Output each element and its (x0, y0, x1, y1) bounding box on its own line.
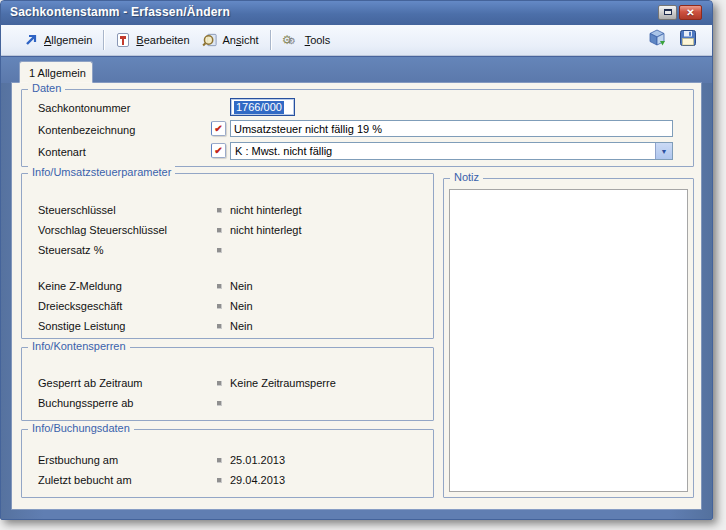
jump-arrow-icon (23, 32, 39, 48)
label-sachkontonummer: Sachkontonummer (38, 102, 130, 114)
kontenart-value: K : Mwst. nicht fällig (231, 145, 655, 157)
info-row: Keine Z-Meldung Nein (22, 276, 433, 296)
toolbar-label: Tools (305, 34, 331, 46)
window-title: Sachkontenstamm - Erfassen/Ändern (10, 5, 230, 19)
label-kontenart: Kontenart (38, 146, 86, 158)
sachkontonummer-input[interactable]: 1766/000 (230, 98, 295, 116)
info-row: Erstbuchung am 25.01.2013 (22, 450, 433, 470)
close-icon: ✕ (686, 7, 694, 18)
toolbar-label: Allgemein (44, 34, 92, 46)
group-buchungsdaten: Info/Buchungsdaten Erstbuchung am 25.01.… (21, 429, 434, 498)
tab-allgemein[interactable]: 1 Allgemein (19, 61, 93, 84)
info-row: Gesperrt ab Zeitraum Keine Zeitraumsperr… (22, 373, 433, 393)
bullet-icon (217, 208, 222, 213)
chevron-down-icon: ▼ (661, 148, 668, 155)
bullet-icon (217, 324, 222, 329)
group-title: Notiz (450, 171, 483, 183)
bullet-icon (217, 381, 222, 386)
app-window: Sachkontenstamm - Erfassen/Ändern ✕ Allg… (0, 0, 713, 520)
toolbar-item-ansicht[interactable]: Ansicht (196, 29, 265, 51)
toolbar-label: Ansicht (223, 34, 259, 46)
save-disk-icon[interactable] (679, 29, 697, 47)
sachkontonummer-value: 1766/000 (234, 101, 284, 114)
kontenbezeichnung-input[interactable] (230, 120, 673, 137)
group-kontensperren: Info/Kontensperren Gesperrt ab Zeitraum … (21, 347, 434, 421)
toolbar-item-bearbeiten[interactable]: Bearbeiten (109, 29, 195, 51)
toolbar-right-icons (648, 29, 697, 47)
bullet-icon (217, 228, 222, 233)
label-kontenbezeichnung: Kontenbezeichnung (38, 124, 135, 136)
maximize-button[interactable] (658, 5, 677, 20)
group-umsatzsteuerparameter: Info/Umsatzsteuerparameter Steuerschlüss… (21, 173, 434, 339)
bullet-icon (217, 248, 222, 253)
close-button[interactable]: ✕ (679, 5, 702, 20)
edit-tool-icon (115, 32, 131, 48)
group-daten: Daten Sachkontonummer 1766/000 Kontenbez… (21, 89, 694, 167)
confirm-check-icon[interactable]: ✔ (211, 121, 226, 136)
notiz-textarea[interactable] (449, 189, 688, 492)
bullet-icon (217, 284, 222, 289)
toolbar-item-tools[interactable]: ⚙⚙ Tools (276, 30, 337, 50)
bullet-icon (217, 304, 222, 309)
bullet-icon (217, 478, 222, 483)
info-row: Sonstige Leistung Nein (22, 316, 433, 336)
info-row: Vorschlag Steuerschlüssel nicht hinterle… (22, 220, 433, 240)
kontenart-select[interactable]: K : Mwst. nicht fällig ▼ (230, 142, 673, 160)
info-row: Steuerschlüssel nicht hinterlegt (22, 200, 433, 220)
view-magnifier-icon (202, 32, 218, 48)
tools-gears-icon: ⚙⚙ (282, 33, 300, 47)
toolbar-separator (270, 30, 271, 50)
export-box-icon[interactable] (648, 29, 666, 47)
titlebar: Sachkontenstamm - Erfassen/Ändern ✕ (1, 1, 712, 25)
tabstrip: 1 Allgemein (1, 56, 712, 83)
form-content: Daten Sachkontonummer 1766/000 Kontenbez… (12, 83, 701, 509)
bullet-icon (217, 401, 222, 406)
info-row: Zuletzt bebucht am 29.04.2013 (22, 470, 433, 490)
dropdown-button[interactable]: ▼ (655, 143, 672, 159)
info-row: Buchungssperre ab (22, 393, 433, 413)
toolbar-separator (103, 30, 104, 50)
confirm-check-icon[interactable]: ✔ (211, 143, 226, 158)
group-notiz: Notiz (443, 178, 694, 498)
bullet-icon (217, 458, 222, 463)
toolbar: Allgemein Bearbeiten Ansicht ⚙⚙ Tools (1, 25, 712, 56)
info-row: Steuersatz % (22, 240, 433, 260)
toolbar-label: Bearbeiten (136, 34, 189, 46)
toolbar-item-allgemein[interactable]: Allgemein (17, 29, 98, 51)
info-row: Dreiecksgeschäft Nein (22, 296, 433, 316)
maximize-icon (664, 9, 672, 15)
group-title: Daten (28, 82, 65, 94)
